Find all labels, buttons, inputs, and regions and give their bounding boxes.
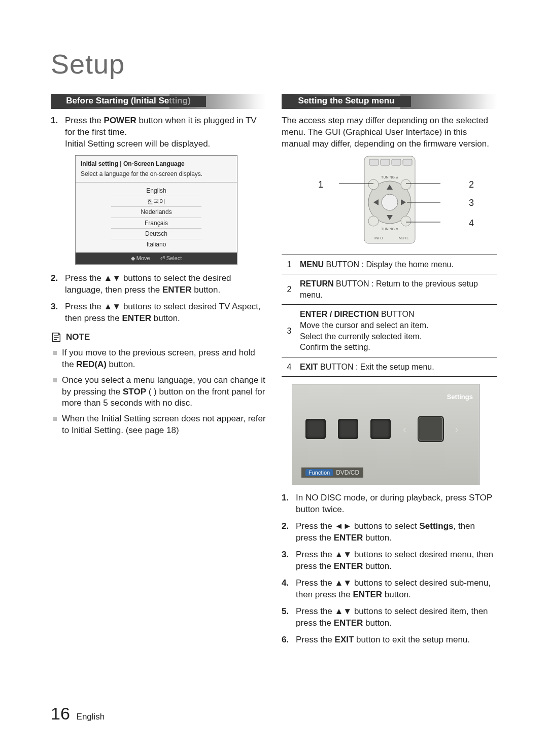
langbox-item: English	[111, 186, 201, 196]
svg-text:TUNING ∨: TUNING ∨	[381, 227, 398, 231]
svg-point-13	[368, 216, 379, 226]
svg-rect-3	[392, 159, 401, 165]
right-intro: The access step may differ depending on …	[282, 115, 497, 150]
left-step-2: Press the ▲▼ buttons to select the desir…	[51, 273, 266, 296]
text: Press the ▲▼ buttons to select desired m…	[296, 550, 493, 571]
row-desc: RETURN BUTTON : Return to the previous s…	[297, 274, 497, 305]
language-select-mockup: Initial setting | On-Screen Language Sel…	[75, 155, 237, 265]
table-row: 2 RETURN BUTTON : Return to the previous…	[282, 274, 497, 305]
table-row: 3 ENTER / DIRECTION BUTTON Move the curs…	[282, 305, 497, 357]
langbox-title: Initial setting | On-Screen Language	[76, 156, 237, 170]
text: Press the	[65, 116, 104, 125]
text: button.	[107, 359, 135, 369]
left-steps: Press the POWER button when it is plugge…	[51, 115, 266, 325]
text: BUTTON : Display the home menu.	[324, 260, 454, 269]
chevron-right-icon: ›	[455, 422, 459, 436]
callout-2: 2	[469, 178, 474, 191]
text: button.	[363, 561, 392, 571]
tv-icons: ‹ ›	[305, 417, 458, 441]
svg-point-14	[401, 216, 411, 226]
text: button to exit the setup menu.	[354, 635, 470, 644]
svg-rect-4	[403, 159, 412, 165]
langbox-item: Deutsch	[111, 229, 201, 239]
langbox-item: Nederlands	[111, 207, 201, 218]
text: button.	[192, 285, 221, 295]
text-bold: ENTER	[334, 618, 363, 628]
row-desc: EXIT BUTTON : Exit the setup menu.	[297, 357, 497, 377]
text-bold: ENTER	[122, 313, 151, 323]
tv-screenshot: Settings ‹ › FunctionDVD/CD	[292, 384, 480, 485]
section-header-right: Setting the Setup menu	[282, 94, 497, 109]
text: button.	[363, 533, 392, 543]
row-num: 3	[282, 305, 297, 357]
langbox-subtitle: Select a language for the on-screen disp…	[76, 170, 237, 183]
button-definitions: 1 MENU BUTTON : Display the home menu. 2…	[282, 255, 497, 377]
section-header-left: Before Starting (Initial Setting)	[51, 94, 266, 109]
text-bold: RETURN	[300, 279, 334, 288]
table-row: 1 MENU BUTTON : Display the home menu.	[282, 255, 497, 274]
langbox-move-hint: ◆ Move	[131, 255, 150, 262]
text-bold: STOP	[123, 387, 146, 397]
text-bold: ENTER	[162, 285, 192, 295]
remote-icon: TUNING ∧ TUNING ∨ INFO MUTE	[334, 154, 446, 245]
right-step: In NO DISC mode, or during playback, pre…	[282, 492, 497, 516]
right-step: Press the ▲▼ buttons to select desired i…	[282, 606, 497, 629]
callout-3: 3	[469, 197, 474, 209]
tv-icon	[338, 419, 358, 439]
tv-icon-selected	[419, 417, 443, 441]
text: Press the ◄► buttons to select	[296, 521, 419, 531]
langbox-footer: ◆ Move ⏎ Select	[76, 253, 237, 264]
right-steps: In NO DISC mode, or during playback, pre…	[282, 492, 497, 645]
note-icon	[51, 332, 62, 343]
page-footer: 16 English	[51, 702, 105, 726]
svg-point-6	[382, 194, 398, 210]
svg-text:MUTE: MUTE	[399, 236, 409, 240]
text: When the Initial Setting screen does not…	[62, 414, 266, 435]
svg-rect-2	[381, 159, 390, 165]
langbox-select-hint: ⏎ Select	[160, 255, 182, 262]
callout-4: 4	[469, 217, 474, 229]
svg-point-12	[401, 179, 411, 190]
text: BUTTON : Exit the setup menu.	[318, 363, 434, 371]
tv-mode: DVD/CD	[336, 469, 359, 476]
text: button.	[151, 313, 180, 323]
langbox-item: 한국어	[111, 196, 201, 207]
svg-text:TUNING ∧: TUNING ∧	[381, 175, 398, 179]
left-step-1: Press the POWER button when it is plugge…	[51, 115, 266, 265]
page-language: English	[77, 712, 105, 722]
tv-footer: FunctionDVD/CD	[301, 467, 363, 478]
svg-rect-1	[369, 159, 379, 165]
section-header-right-label: Setting the Setup menu	[282, 96, 411, 107]
page-number: 16	[51, 704, 70, 723]
text-bold: ENTER	[334, 533, 363, 543]
text: button.	[363, 618, 392, 628]
text: In NO DISC mode, or during playback, pre…	[296, 493, 492, 514]
row-num: 2	[282, 274, 297, 305]
row-desc: ENTER / DIRECTION BUTTON Move the cursor…	[297, 305, 497, 357]
left-step-3: Press the ▲▼ buttons to select desired T…	[51, 301, 266, 325]
right-step: Press the ◄► buttons to select Settings,…	[282, 521, 497, 544]
remote-illustration: TUNING ∧ TUNING ∨ INFO MUTE 1 2 3 4	[282, 154, 497, 250]
langbox-item: Italiano	[111, 239, 201, 249]
langbox-item: Français	[111, 218, 201, 229]
note-item: Once you select a menu language, you can…	[62, 375, 266, 410]
note-list: If you move to the previous screen, pres…	[51, 347, 266, 437]
note-item: When the Initial Setting screen does not…	[62, 413, 266, 437]
note-item: If you move to the previous screen, pres…	[62, 347, 266, 371]
tv-badge: Settings	[447, 392, 473, 402]
text-bold: ENTER	[353, 590, 382, 599]
text-bold: ENTER / DIRECTION	[300, 310, 379, 318]
text-bold: RED(A)	[76, 359, 107, 369]
text-bold: MENU	[300, 260, 324, 269]
right-step: Press the ▲▼ buttons to select desired m…	[282, 549, 497, 572]
chevron-left-icon: ‹	[403, 422, 406, 436]
row-desc: MENU BUTTON : Display the home menu.	[297, 255, 497, 274]
svg-point-11	[368, 179, 379, 190]
left-column: Before Starting (Initial Setting) Press …	[51, 94, 266, 651]
langbox-list: English 한국어 Nederlands Français Deutsch …	[76, 183, 237, 253]
text: Press the ▲▼ buttons to select desired i…	[296, 606, 488, 628]
note-label: NOTE	[66, 332, 90, 343]
right-step: Press the ▲▼ buttons to select desired s…	[282, 578, 497, 601]
text-bold: Settings	[419, 521, 453, 531]
text-bold: EXIT	[300, 363, 318, 371]
